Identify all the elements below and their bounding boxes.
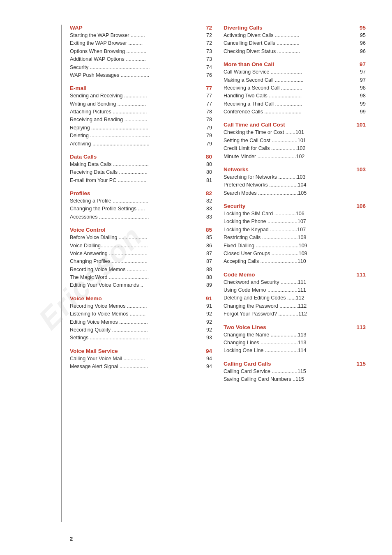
section-title-row-security: Security106	[224, 203, 366, 210]
entry-row: Calling Your Voice Mail ...............9…	[70, 355, 212, 363]
entry-label: The Magic Word .........................…	[70, 274, 201, 281]
entry-row: Listening to Voice Memos ...........92	[70, 310, 212, 318]
section-title-row-email: E-mail77	[70, 85, 212, 92]
entry-row: Changing Profiles.......................…	[70, 258, 212, 265]
section-title-voice-memo: Voice Memo	[70, 295, 102, 302]
section-more-than-one-call: More than One Call97Call Waiting Service…	[224, 61, 366, 116]
entry-row: Recording Voice Memos ..............91	[70, 302, 212, 310]
entry-row: Fixed Dialling .........................…	[224, 242, 366, 250]
entry-row: Message Alert Signal ...................…	[70, 363, 212, 371]
entry-label: Cancelling Divert Calls ................	[224, 39, 354, 47]
page: Ericsson 2 WAP72Starting the WAP Browser…	[0, 0, 392, 555]
left-bar	[61, 25, 62, 522]
entry-label: Credit Limit for Calls .................…	[224, 145, 366, 152]
entry-label: Accessories ............................…	[70, 213, 201, 221]
section-page-data-calls: 80	[206, 154, 212, 160]
entry-label: Receiving and Reading ................	[70, 116, 201, 124]
entry-label: Starting the WAP Browser ..........	[70, 32, 201, 39]
entry-label: Recording Voice Memos ..............	[70, 302, 201, 310]
entry-num: 85	[201, 234, 212, 242]
section-title-security: Security	[224, 203, 245, 209]
entry-num: 91	[201, 302, 212, 310]
entry-num: 96	[354, 48, 366, 55]
two-column-layout: WAP72Starting the WAP Browser ..........…	[70, 25, 366, 389]
entry-row: Changing Lines .........................…	[224, 339, 366, 347]
entry-label: Setting the Call Cost ..................…	[224, 137, 366, 145]
entry-num: 74	[201, 64, 212, 71]
entry-row: Search Modes ...........................…	[224, 189, 366, 197]
entry-label: Settings ...............................…	[70, 334, 201, 342]
entry-label: Additional WAP Options ..............	[70, 55, 201, 63]
section-title-row-code-memo: Code Memo111	[224, 272, 366, 279]
entry-row: Preferred Networks ....................1…	[224, 181, 366, 189]
entry-row: Archiving ..............................…	[70, 140, 212, 148]
section-title-row-call-time-cost: Call Time and Call Cost101	[224, 122, 366, 129]
entry-label: Forgot Your Password? ..............112	[224, 310, 366, 318]
entry-row: Locking the Phone .....................1…	[224, 218, 366, 226]
entry-num: 80	[201, 161, 212, 168]
entry-label: Using Code Memo .....................111	[224, 286, 366, 294]
entry-label: Preferred Networks ....................1…	[224, 181, 366, 189]
entry-num: 94	[201, 363, 212, 371]
entry-num: 78	[201, 108, 212, 116]
entry-num: 79	[201, 140, 212, 148]
entry-row: Using Code Memo .....................111	[224, 286, 366, 294]
section-title-row-profiles: Profiles82	[70, 190, 212, 197]
entry-row: Editing Voice Memos ....................…	[70, 318, 212, 326]
entry-row: Conference Calls .......................…	[224, 108, 366, 116]
section-page-networks: 103	[356, 166, 366, 173]
entry-row: Deleting and Editing Codes ......112	[224, 294, 366, 302]
section-title-row-wap: WAP72	[70, 25, 212, 32]
entry-row: Additional WAP Options ..............73	[70, 55, 212, 63]
section-profiles: Profiles82Selecting a Profile ..........…	[70, 190, 212, 221]
entry-num: 87	[201, 250, 212, 258]
entry-row: Cancelling Divert Calls ................…	[224, 39, 366, 47]
entry-row: Voice Dialling..........................…	[70, 242, 212, 250]
entry-row: Changing the Name ...................113	[224, 331, 366, 339]
entry-label: Changing the Profile Settings .....	[70, 205, 201, 213]
entry-row: Forgot Your Password? ..............112	[224, 310, 366, 318]
right-column: Diverting Calls95Activating Divert Calls…	[224, 25, 366, 389]
entry-label: Attaching Pictures .....................…	[70, 108, 201, 116]
entry-row: Restricting Calls ......................…	[224, 234, 366, 242]
entry-num: 93	[201, 334, 212, 342]
entry-num: 99	[354, 108, 366, 116]
entry-label: Message Alert Signal ...................…	[70, 363, 201, 371]
section-networks: Networks103Searching for Networks ......…	[224, 166, 366, 197]
entry-label: Replying ...............................…	[70, 124, 201, 132]
entry-label: Writing and Sending ....................	[70, 100, 201, 108]
section-call-time-cost: Call Time and Call Cost101Checking the T…	[224, 122, 366, 161]
entry-row: Sending and Receiving ................77	[70, 92, 212, 100]
entry-row: Saving Calling Card Numbers ..115	[224, 375, 366, 383]
section-title-two-voice-lines: Two Voice Lines	[224, 324, 266, 330]
entry-label: Recording Quality ......................…	[70, 326, 201, 334]
section-title-networks: Networks	[224, 166, 249, 173]
entry-num: 76	[201, 71, 212, 79]
section-voice-mail: Voice Mail Service94Calling Your Voice M…	[70, 348, 212, 371]
section-title-wap: WAP	[70, 25, 83, 31]
entry-row: Searching for Networks .............103	[224, 173, 366, 181]
entry-row: Making Data Calls ......................…	[70, 161, 212, 168]
entry-row: Selecting a Profile ....................…	[70, 197, 212, 205]
entry-label: Handling Two Calls .....................…	[224, 92, 354, 100]
entry-num: 81	[201, 177, 212, 184]
entry-label: Editing Your Voice Commands ..	[70, 281, 201, 289]
entry-label: Receiving a Second Call ...............	[224, 84, 354, 92]
entry-label: Deleting and Editing Codes ......112	[224, 294, 366, 302]
entry-row: Receiving and Reading ................78	[70, 116, 212, 124]
left-column: WAP72Starting the WAP Browser ..........…	[70, 25, 212, 389]
entry-row: Recording Voice Memos ..............88	[70, 266, 212, 274]
entry-num: 89	[201, 281, 212, 289]
section-page-voice-mail: 94	[206, 348, 212, 354]
entry-label: Searching for Networks .............103	[224, 173, 366, 181]
entry-num: 83	[201, 213, 212, 221]
entry-label: E-mail from Your PC ....................	[70, 177, 201, 184]
entry-num: 73	[201, 55, 212, 63]
entry-row: Locking One Line .......................…	[224, 347, 366, 355]
entry-label: Making Data Calls ......................…	[70, 161, 201, 168]
entry-label: Call Waiting Service ...................…	[224, 68, 354, 76]
section-page-profiles: 82	[206, 190, 212, 196]
section-title-voice-mail: Voice Mail Service	[70, 348, 118, 354]
entry-row: Voice Answering ........................…	[70, 250, 212, 258]
entry-label: Saving Calling Card Numbers ..115	[224, 375, 366, 383]
